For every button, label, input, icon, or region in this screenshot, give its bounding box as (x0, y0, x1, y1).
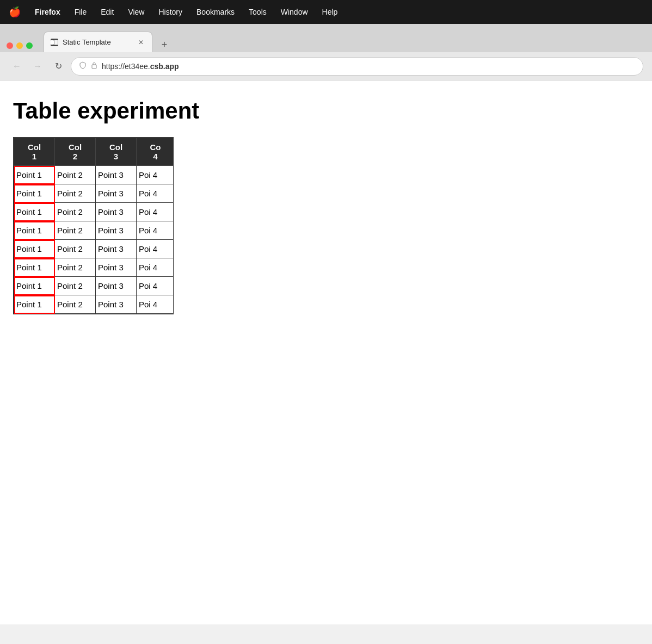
cell-r0-c1: Point 2 (55, 166, 96, 184)
browser-chrome: Static Template ✕ + ← → ↻ http (0, 24, 652, 81)
table-row: Point 1Point 2Point 3Poi 4 (14, 295, 174, 314)
maximize-window-button[interactable] (26, 42, 33, 49)
cell-r5-c1: Point 2 (55, 258, 96, 277)
cell-r3-c1: Point 2 (55, 221, 96, 240)
data-table: Col1 Col2 Col3 Co4 Point 1Point 2Point 3… (14, 138, 174, 314)
page-title: Table experiment (13, 98, 639, 124)
table-row: Point 1Point 2Point 3Poi 4 (14, 203, 174, 221)
cell-r7-c3: Poi 4 (137, 295, 174, 314)
col-header-1: Col1 (14, 138, 55, 166)
minimize-window-button[interactable] (16, 42, 23, 49)
cell-r0-c0: Point 1 (14, 166, 55, 184)
lock-icon (91, 61, 97, 71)
cell-r2-c2: Point 3 (96, 203, 137, 221)
new-tab-button[interactable]: + (157, 37, 172, 52)
menubar: 🍎 Firefox File Edit View History Bookmar… (0, 0, 652, 24)
cell-r7-c1: Point 2 (55, 295, 96, 314)
browser-tab-static-template[interactable]: Static Template ✕ (44, 32, 152, 52)
menu-history[interactable]: History (156, 7, 184, 17)
address-bar[interactable]: https://et34ee.csb.app (71, 57, 643, 76)
cell-r6-c0: Point 1 (14, 277, 55, 295)
cell-r7-c0: Point 1 (14, 295, 55, 314)
apple-icon[interactable]: 🍎 (9, 6, 21, 18)
menu-tools[interactable]: Tools (247, 7, 269, 17)
table-row: Point 1Point 2Point 3Poi 4 (14, 277, 174, 295)
address-domain-bold: csb.app (150, 62, 179, 71)
cell-r6-c3: Poi 4 (137, 277, 174, 295)
table-row: Point 1Point 2Point 3Poi 4 (14, 240, 174, 258)
col-header-2: Col2 (55, 138, 96, 166)
cell-r6-c2: Point 3 (96, 277, 137, 295)
col-header-4: Co4 (137, 138, 174, 166)
page-content: Table experiment Col1 Col2 Col3 Co4 Poin… (0, 81, 652, 624)
cell-r1-c0: Point 1 (14, 184, 55, 203)
svg-rect-0 (92, 65, 96, 69)
menu-edit[interactable]: Edit (99, 7, 116, 17)
refresh-button[interactable]: ↻ (50, 58, 66, 75)
address-text: https://et34ee.csb.app (102, 62, 179, 71)
navigation-toolbar: ← → ↻ https://et34ee.csb.app (0, 52, 652, 81)
cell-r4-c3: Poi 4 (137, 240, 174, 258)
cell-r5-c3: Poi 4 (137, 258, 174, 277)
menu-file[interactable]: File (72, 7, 89, 17)
back-button[interactable]: ← (9, 58, 25, 75)
tab-title: Static Template (63, 38, 132, 46)
cell-r4-c1: Point 2 (55, 240, 96, 258)
menu-help[interactable]: Help (320, 7, 340, 17)
close-window-button[interactable] (7, 42, 13, 49)
cell-r2-c1: Point 2 (55, 203, 96, 221)
table-row: Point 1Point 2Point 3Poi 4 (14, 221, 174, 240)
cell-r2-c0: Point 1 (14, 203, 55, 221)
tab-close-button[interactable]: ✕ (137, 38, 145, 47)
cell-r0-c2: Point 3 (96, 166, 137, 184)
table-header-row: Col1 Col2 Col3 Co4 (14, 138, 174, 166)
cell-r4-c0: Point 1 (14, 240, 55, 258)
cell-r1-c2: Point 3 (96, 184, 137, 203)
table-row: Point 1Point 2Point 3Poi 4 (14, 258, 174, 277)
cell-r1-c3: Poi 4 (137, 184, 174, 203)
tab-favicon (51, 39, 58, 46)
menu-window[interactable]: Window (279, 7, 310, 17)
cell-r2-c3: Poi 4 (137, 203, 174, 221)
menu-bookmarks[interactable]: Bookmarks (194, 7, 237, 17)
table-row: Point 1Point 2Point 3Poi 4 (14, 184, 174, 203)
shield-icon (79, 61, 87, 71)
cell-r1-c1: Point 2 (55, 184, 96, 203)
cell-r6-c1: Point 2 (55, 277, 96, 295)
table-body: Point 1Point 2Point 3Poi 4Point 1Point 2… (14, 166, 174, 314)
table-row: Point 1Point 2Point 3Poi 4 (14, 166, 174, 184)
table-wrapper: Col1 Col2 Col3 Co4 Point 1Point 2Point 3… (13, 137, 174, 314)
cell-r5-c0: Point 1 (14, 258, 55, 277)
menu-firefox[interactable]: Firefox (33, 7, 63, 17)
menu-view[interactable]: View (126, 7, 146, 17)
cell-r3-c2: Point 3 (96, 221, 137, 240)
cell-r3-c3: Poi 4 (137, 221, 174, 240)
cell-r3-c0: Point 1 (14, 221, 55, 240)
cell-r7-c2: Point 3 (96, 295, 137, 314)
cell-r0-c3: Poi 4 (137, 166, 174, 184)
col-header-3: Col3 (96, 138, 137, 166)
tab-bar: Static Template ✕ + (0, 24, 652, 52)
forward-button[interactable]: → (29, 58, 46, 75)
cell-r5-c2: Point 3 (96, 258, 137, 277)
cell-r4-c2: Point 3 (96, 240, 137, 258)
